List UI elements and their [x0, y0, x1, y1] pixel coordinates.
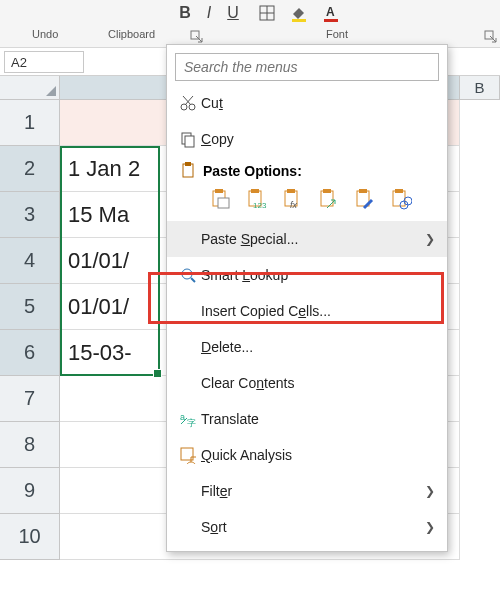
translate-icon: a字	[175, 410, 201, 428]
svg-rect-29	[393, 191, 405, 206]
menu-search-input[interactable]	[175, 53, 439, 81]
menu-label: Sort	[201, 519, 425, 535]
menu-label: Smart Lookup	[201, 267, 435, 283]
svg-line-34	[191, 278, 195, 282]
row-header[interactable]: 5	[0, 284, 60, 330]
clipboard-dialog-launcher-icon[interactable]	[190, 30, 204, 44]
chevron-right-icon: ❯	[425, 484, 435, 498]
row-header[interactable]: 10	[0, 514, 60, 560]
menu-insert-copied-cells[interactable]: Insert Copied Cells...	[167, 293, 447, 329]
menu-paste-special[interactable]: Paste Special... ❯	[167, 221, 447, 257]
chevron-right-icon: ❯	[425, 232, 435, 246]
svg-rect-18	[218, 198, 229, 208]
menu-label: Paste Special...	[201, 231, 425, 247]
menu-label: Translate	[201, 411, 435, 427]
menu-search-wrap	[175, 53, 439, 81]
quick-analysis-icon	[175, 446, 201, 464]
row-header[interactable]: 2	[0, 146, 60, 192]
row-header[interactable]: 6	[0, 330, 60, 376]
svg-point-9	[189, 104, 195, 110]
menu-label: Filter	[201, 483, 425, 499]
scissors-icon	[175, 94, 201, 112]
svg-rect-23	[287, 189, 295, 193]
menu-copy[interactable]: Copy	[167, 121, 447, 157]
font-color-button[interactable]: A	[322, 4, 340, 22]
menu-sort[interactable]: Sort ❯	[167, 509, 447, 545]
svg-rect-26	[323, 189, 331, 193]
svg-rect-13	[185, 136, 194, 147]
paste-option-formatting-icon[interactable]	[353, 187, 377, 211]
svg-rect-3	[292, 19, 306, 22]
svg-text:fx: fx	[290, 200, 298, 210]
underline-button[interactable]: U	[224, 4, 242, 22]
svg-text:A: A	[326, 5, 335, 19]
svg-rect-30	[395, 189, 403, 193]
row-header[interactable]: 4	[0, 238, 60, 284]
row-header[interactable]: 3	[0, 192, 60, 238]
svg-text:字: 字	[187, 418, 196, 428]
menu-quick-analysis[interactable]: Quick Analysis	[167, 437, 447, 473]
select-all-corner[interactable]	[0, 76, 60, 100]
italic-button[interactable]: I	[200, 4, 218, 22]
menu-clear-contents[interactable]: Clear Contents	[167, 365, 447, 401]
menu-label: Delete...	[201, 339, 435, 355]
menu-translate[interactable]: a字 Translate	[167, 401, 447, 437]
svg-rect-15	[185, 162, 191, 166]
row-header[interactable]: 7	[0, 376, 60, 422]
paste-option-link-icon[interactable]	[389, 187, 413, 211]
ribbon-group-undo: Undo	[32, 28, 58, 40]
svg-point-33	[182, 269, 192, 279]
paste-options-section: Paste Options: 123 fx	[167, 157, 447, 221]
row-header[interactable]: 1	[0, 100, 60, 146]
paste-option-formulas-icon[interactable]: fx	[281, 187, 305, 211]
menu-label: Copy	[201, 131, 435, 147]
menu-filter[interactable]: Filter ❯	[167, 473, 447, 509]
smart-lookup-icon	[175, 266, 201, 284]
chevron-right-icon: ❯	[425, 520, 435, 534]
svg-rect-5	[324, 19, 338, 22]
context-menu: Cut Copy Paste Options: 123 fx Paste Spe…	[166, 44, 448, 552]
ribbon-group-font: Font	[326, 28, 348, 40]
fill-color-button[interactable]	[290, 4, 308, 22]
menu-delete[interactable]: Delete...	[167, 329, 447, 365]
name-box[interactable]	[4, 51, 84, 73]
paste-options-header: Paste Options:	[201, 157, 302, 183]
menu-label: Clear Contents	[201, 375, 435, 391]
paste-option-all-icon[interactable]	[209, 187, 233, 211]
menu-smart-lookup[interactable]: Smart Lookup	[167, 257, 447, 293]
copy-icon	[175, 130, 201, 148]
border-button[interactable]	[258, 4, 276, 22]
clipboard-icon	[175, 161, 201, 179]
menu-cut[interactable]: Cut	[167, 85, 447, 121]
menu-label: Insert Copied Cells...	[201, 303, 435, 319]
paste-option-values-icon[interactable]: 123	[245, 187, 269, 211]
menu-label: Quick Analysis	[201, 447, 435, 463]
svg-point-8	[181, 104, 187, 110]
ribbon-font-icons: B I U A	[0, 4, 500, 26]
menu-label: Cut	[201, 95, 435, 111]
ribbon-group-clipboard: Clipboard	[108, 28, 155, 40]
svg-rect-17	[215, 189, 223, 193]
ribbon: B I U A Undo Clipboard Font	[0, 0, 500, 48]
svg-rect-20	[251, 189, 259, 193]
row-header[interactable]: 9	[0, 468, 60, 514]
bold-button[interactable]: B	[176, 4, 194, 22]
row-header[interactable]: 8	[0, 422, 60, 468]
svg-text:123: 123	[253, 201, 267, 210]
svg-rect-28	[359, 189, 367, 193]
column-header-b[interactable]: B	[460, 76, 500, 100]
font-dialog-launcher-icon[interactable]	[484, 30, 498, 44]
paste-option-transpose-icon[interactable]	[317, 187, 341, 211]
